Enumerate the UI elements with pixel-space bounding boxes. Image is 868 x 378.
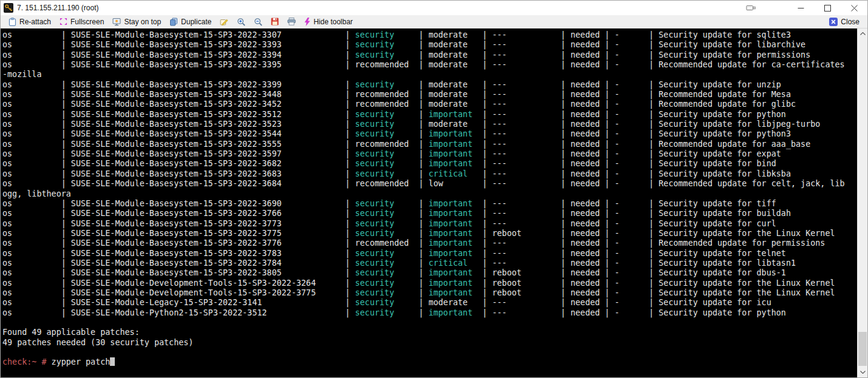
minimize-button[interactable] bbox=[787, 1, 814, 15]
zoom-in-icon bbox=[237, 18, 245, 26]
fullscreen-label: Fullscreen bbox=[70, 18, 104, 26]
patch-row-wrap: ogg, libtheora bbox=[2, 189, 857, 199]
terminal-cursor bbox=[110, 357, 115, 366]
patch-row: os | SUSE-SLE-Module-Basesystem-15-SP3-2… bbox=[2, 159, 857, 169]
patches-needed-line: 49 patches needed (30 security patches) bbox=[2, 338, 857, 348]
pencil-icon bbox=[220, 18, 228, 26]
patch-row: os | SUSE-SLE-Module-Development-Tools-1… bbox=[2, 278, 857, 288]
duplicate-label: Duplicate bbox=[181, 18, 211, 26]
patch-row: os | SUSE-SLE-Module-Basesystem-15-SP3-2… bbox=[2, 268, 857, 278]
toolbar: Re-attach Fullscreen Stay on top Duplica… bbox=[1, 15, 867, 29]
patch-row: os | SUSE-SLE-Module-Basesystem-15-SP3-2… bbox=[2, 199, 857, 209]
title-bar[interactable]: 7. 151.155.211.190 (root) bbox=[1, 1, 867, 15]
patch-row: os | SUSE-SLE-Module-Basesystem-15-SP3-2… bbox=[2, 140, 857, 149]
close-session-label: Close bbox=[841, 18, 859, 26]
blank-line bbox=[2, 318, 857, 328]
patch-row: os | SUSE-SLE-Module-Basesystem-15-SP3-2… bbox=[2, 258, 857, 268]
hide-toolbar-label: Hide toolbar bbox=[313, 18, 353, 26]
patch-row: os | SUSE-SLE-Module-Basesystem-15-SP3-2… bbox=[2, 90, 857, 100]
patch-row: os | SUSE-SLE-Module-Basesystem-15-SP3-2… bbox=[2, 229, 857, 238]
app-window: 7. 151.155.211.190 (root) Re-attach Full… bbox=[0, 0, 868, 378]
zoom-in-button[interactable] bbox=[233, 15, 250, 28]
duplicate-pages-icon bbox=[169, 18, 178, 26]
terminal-scrollbar[interactable] bbox=[857, 29, 867, 377]
scroll-down-icon[interactable] bbox=[858, 367, 867, 377]
found-patches-line: Found 49 applicable patches: bbox=[2, 328, 857, 337]
patch-row: os | SUSE-SLE-Module-Basesystem-15-SP3-2… bbox=[2, 100, 857, 109]
patch-row: os | SUSE-SLE-Module-Python2-15-SP3-2022… bbox=[2, 308, 857, 318]
scroll-up-icon[interactable] bbox=[858, 29, 867, 39]
fullscreen-arrows-icon bbox=[60, 18, 67, 25]
lightning-icon bbox=[304, 18, 310, 26]
prompt-line[interactable]: check:~ # zypper patch bbox=[2, 357, 857, 367]
blue-x-icon bbox=[829, 18, 838, 26]
maximize-button[interactable] bbox=[814, 1, 841, 15]
shell-prompt: check:~ # bbox=[2, 357, 47, 366]
print-button[interactable] bbox=[283, 15, 300, 28]
key-icon bbox=[4, 3, 13, 13]
duplicate-button[interactable]: Duplicate bbox=[165, 15, 216, 28]
patch-row: os | SUSE-SLE-Module-Basesystem-15-SP3-2… bbox=[2, 30, 857, 40]
stay-on-top-label: Stay on top bbox=[124, 18, 161, 26]
patch-row: os | SUSE-SLE-Module-Basesystem-15-SP3-2… bbox=[2, 40, 857, 50]
stay-on-top-button[interactable]: Stay on top bbox=[108, 15, 165, 28]
reattach-label: Re-attach bbox=[19, 18, 51, 26]
patch-row-wrap: -mozilla bbox=[2, 70, 857, 79]
patch-row: os | SUSE-SLE-Module-Development-Tools-1… bbox=[2, 288, 857, 298]
clipboard-icon bbox=[9, 18, 16, 26]
monitor-icon bbox=[112, 18, 121, 26]
edit-button[interactable] bbox=[216, 15, 233, 28]
printer-icon bbox=[287, 18, 296, 25]
window-controls bbox=[733, 1, 867, 15]
patch-row: os | SUSE-SLE-Module-Legacy-15-SP3-2022-… bbox=[2, 298, 857, 308]
zoom-out-icon bbox=[254, 18, 262, 26]
patch-row: os | SUSE-SLE-Module-Basesystem-15-SP3-2… bbox=[2, 80, 857, 90]
patch-row: os | SUSE-SLE-Module-Basesystem-15-SP3-2… bbox=[2, 149, 857, 159]
floppy-save-icon bbox=[271, 18, 279, 25]
zoom-out-button[interactable] bbox=[250, 15, 267, 28]
patch-row: os | SUSE-SLE-Module-Basesystem-15-SP3-2… bbox=[2, 60, 857, 70]
patch-row: os | SUSE-SLE-Module-Basesystem-15-SP3-2… bbox=[2, 129, 857, 139]
blank-line bbox=[2, 348, 857, 357]
patch-row: os | SUSE-SLE-Module-Basesystem-15-SP3-2… bbox=[2, 238, 857, 248]
patch-row: os | SUSE-SLE-Module-Basesystem-15-SP3-2… bbox=[2, 219, 857, 229]
patch-row: os | SUSE-SLE-Module-Basesystem-15-SP3-2… bbox=[2, 179, 857, 189]
window-title: 7. 151.155.211.190 (root) bbox=[17, 4, 99, 12]
patch-row: os | SUSE-SLE-Module-Basesystem-15-SP3-2… bbox=[2, 249, 857, 258]
scrollbar-thumb[interactable] bbox=[858, 332, 867, 366]
patch-row: os | SUSE-SLE-Module-Basesystem-15-SP3-2… bbox=[2, 120, 857, 129]
patch-row: os | SUSE-SLE-Module-Basesystem-15-SP3-2… bbox=[2, 169, 857, 179]
close-session-button[interactable]: Close bbox=[825, 15, 864, 28]
save-button[interactable] bbox=[267, 15, 283, 28]
terminal-screen[interactable]: os | SUSE-SLE-Module-Basesystem-15-SP3-2… bbox=[1, 29, 857, 377]
patch-row: os | SUSE-SLE-Module-Basesystem-15-SP3-2… bbox=[2, 110, 857, 120]
hide-toolbar-button[interactable]: Hide toolbar bbox=[300, 15, 357, 28]
display-toggle-icon[interactable] bbox=[733, 1, 769, 15]
patch-row: os | SUSE-SLE-Module-Basesystem-15-SP3-2… bbox=[2, 50, 857, 60]
patch-row: os | SUSE-SLE-Module-Basesystem-15-SP3-2… bbox=[2, 209, 857, 218]
reattach-button[interactable]: Re-attach bbox=[4, 15, 55, 28]
fullscreen-button[interactable]: Fullscreen bbox=[55, 15, 108, 28]
close-button[interactable] bbox=[841, 1, 867, 15]
